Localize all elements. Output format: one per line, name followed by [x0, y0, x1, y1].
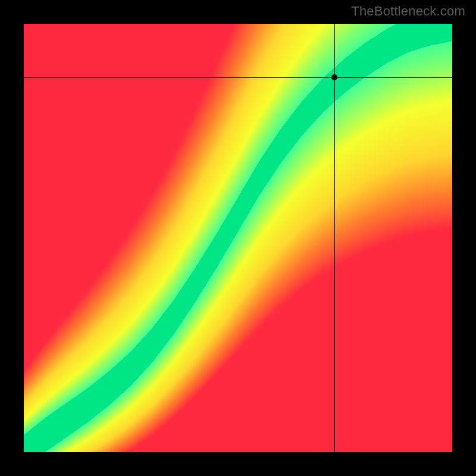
heatmap-plot — [24, 24, 452, 452]
crosshair-vertical — [334, 24, 335, 452]
heatmap-canvas — [24, 24, 452, 452]
data-point-marker — [331, 74, 337, 80]
crosshair-horizontal — [24, 77, 452, 78]
watermark-label: TheBottleneck.com — [351, 4, 465, 19]
